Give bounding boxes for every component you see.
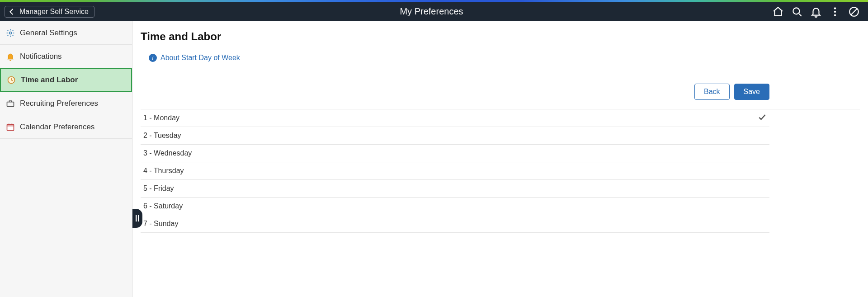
- sidebar-collapse-handle[interactable]: [132, 209, 142, 228]
- pause-icon: [135, 215, 140, 222]
- sidebar-item-notifications[interactable]: Notifications: [0, 45, 132, 68]
- svg-point-7: [9, 32, 12, 34]
- day-row-friday[interactable]: 5 - Friday: [141, 180, 769, 198]
- day-row-saturday[interactable]: 6 - Saturday: [141, 198, 769, 215]
- kebab-icon: [829, 6, 841, 18]
- sidebar: General Settings Notifications Time and …: [0, 21, 132, 297]
- sidebar-item-recruiting-preferences[interactable]: Recruiting Preferences: [0, 92, 132, 115]
- calendar-icon: [5, 122, 15, 132]
- search-button[interactable]: [788, 4, 807, 20]
- check-icon: [758, 113, 767, 123]
- day-row-monday[interactable]: 1 - Monday: [141, 109, 769, 127]
- svg-point-3: [834, 10, 836, 12]
- about-start-day-link[interactable]: About Start Day of Week: [160, 54, 240, 62]
- navbar-button[interactable]: [844, 4, 863, 20]
- header-bar: Manager Self Service My Preferences: [0, 2, 868, 21]
- gear-icon: [5, 28, 15, 38]
- day-label: 3 - Wednesday: [143, 149, 192, 157]
- page-title: Time and Labor: [141, 30, 860, 43]
- day-label: 1 - Monday: [143, 114, 179, 122]
- svg-line-1: [799, 14, 801, 16]
- main-content: Time and Labor i About Start Day of Week…: [132, 21, 868, 297]
- day-row-thursday[interactable]: 4 - Thursday: [141, 162, 769, 180]
- svg-point-2: [834, 7, 836, 9]
- svg-rect-15: [138, 215, 139, 222]
- day-list: 1 - Monday 2 - Tuesday 3 - Wednesday 4 -…: [141, 109, 769, 233]
- day-label: 2 - Tuesday: [143, 132, 181, 140]
- svg-point-0: [793, 8, 799, 14]
- svg-rect-14: [136, 215, 137, 222]
- bell-icon: [5, 52, 15, 61]
- day-row-wednesday[interactable]: 3 - Wednesday: [141, 145, 769, 162]
- notifications-button[interactable]: [807, 4, 826, 20]
- sidebar-item-general-settings[interactable]: General Settings: [0, 21, 132, 45]
- back-label: Manager Self Service: [19, 8, 89, 16]
- sidebar-item-label: Recruiting Preferences: [20, 99, 98, 108]
- sidebar-item-label: General Settings: [20, 28, 77, 38]
- page-header-title: My Preferences: [94, 6, 769, 17]
- svg-rect-9: [7, 102, 14, 106]
- search-icon: [791, 6, 803, 18]
- compass-icon: [848, 6, 860, 18]
- info-icon: i: [149, 54, 157, 62]
- button-row: Back Save: [141, 84, 860, 109]
- day-label: 7 - Sunday: [143, 220, 178, 228]
- clock-icon: [6, 75, 16, 85]
- day-label: 5 - Friday: [143, 184, 174, 193]
- bell-icon: [810, 6, 822, 18]
- day-row-tuesday[interactable]: 2 - Tuesday: [141, 127, 769, 145]
- info-link-row: i About Start Day of Week: [149, 54, 860, 62]
- sidebar-item-label: Time and Labor: [21, 75, 78, 85]
- chevron-left-icon: [8, 8, 16, 16]
- save-button[interactable]: Save: [734, 84, 769, 100]
- sidebar-item-label: Notifications: [20, 52, 62, 61]
- home-icon: [772, 6, 784, 18]
- back-page-button[interactable]: Back: [694, 84, 730, 100]
- sidebar-item-time-and-labor[interactable]: Time and Labor: [0, 68, 132, 92]
- home-button[interactable]: [769, 4, 788, 20]
- sidebar-item-label: Calendar Preferences: [20, 123, 94, 132]
- svg-line-6: [851, 9, 857, 14]
- svg-rect-10: [7, 124, 14, 130]
- briefcase-icon: [5, 99, 15, 108]
- back-button[interactable]: Manager Self Service: [5, 6, 94, 18]
- day-row-sunday[interactable]: 7 - Sunday: [141, 215, 769, 233]
- actions-button[interactable]: [826, 4, 844, 20]
- day-label: 4 - Thursday: [143, 167, 184, 175]
- svg-point-4: [834, 14, 836, 16]
- sidebar-item-calendar-preferences[interactable]: Calendar Preferences: [0, 115, 132, 139]
- day-label: 6 - Saturday: [143, 202, 183, 210]
